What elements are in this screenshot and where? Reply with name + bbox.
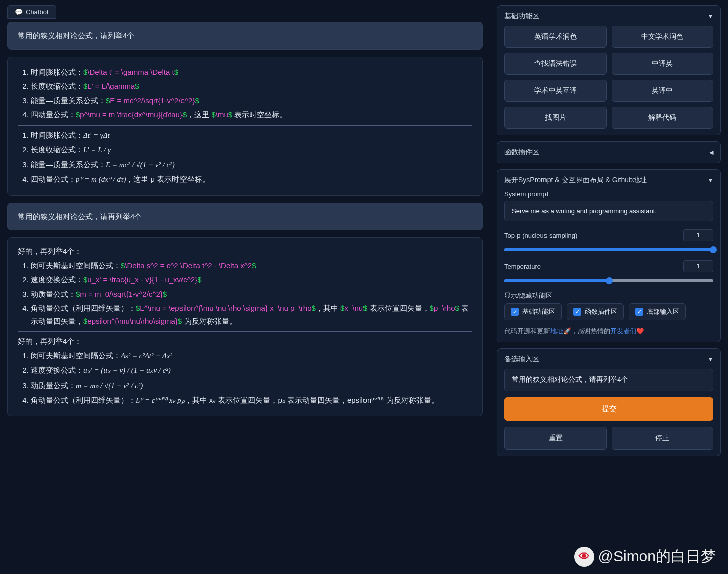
panel-title: 基础功能区 xyxy=(504,12,539,21)
basic-panel-header[interactable]: 基础功能区 ▼ xyxy=(504,12,713,21)
separator xyxy=(18,331,472,332)
formula-raw: 时间膨胀公式：$\Delta t' = \gamma \Delta t$ xyxy=(31,66,472,79)
chevron-left-icon: ◀ xyxy=(709,149,713,156)
checkbox-label: 函数插件区 xyxy=(585,307,617,316)
chat-scroll[interactable]: 常用的狭义相对论公式，请列举4个 时间膨胀公式：$\Delta t' = \ga… xyxy=(7,22,483,569)
checkbox-2[interactable]: ✓底部输入区 xyxy=(629,303,686,320)
source-link[interactable]: 地址 xyxy=(550,328,563,335)
temp-slider[interactable] xyxy=(504,279,713,282)
func-button-1[interactable]: 中文学术润色 xyxy=(612,26,714,48)
user-text: 常用的狭义相对论公式，请再列举4个 xyxy=(18,212,142,221)
chevron-down-icon: ▼ xyxy=(708,356,713,362)
formula-rendered: 长度收缩公式：L' = L / γ xyxy=(31,143,472,157)
formula-rendered: 角动量公式（利用四维矢量）：Lᵘ = εᵘᵛᴿᵟ xᵥ pᵨ，其中 xᵥ 表示位… xyxy=(31,394,472,407)
formula-raw: 能量—质量关系公式：$E = mc^2/\sqrt{1-v^2/c^2}$ xyxy=(31,94,472,107)
func-button-2[interactable]: 查找语法错误 xyxy=(504,53,607,75)
check-icon: ✓ xyxy=(635,308,643,316)
formula-rendered: 闵可夫斯基时空间隔公式：Δs² = c²Δt² − Δx² xyxy=(31,349,472,363)
system-prompt-input[interactable]: Serve me as a writing and programming as… xyxy=(504,201,713,221)
assistant-message-2: 好的，再列举4个： 闵可夫斯基时空间隔公式：$\Delta s^2 = c^2 … xyxy=(7,237,483,416)
topp-label: Top-p (nucleus sampling) xyxy=(504,232,678,239)
topp-slider[interactable] xyxy=(504,248,713,251)
stop-button[interactable]: 停止 xyxy=(612,427,714,450)
user-message-1: 常用的狭义相对论公式，请列举4个 xyxy=(7,22,483,50)
assistant-intro-rendered: 好的，再列举4个： xyxy=(18,335,472,348)
panel-title: 函数插件区 xyxy=(504,148,539,157)
footer-note: 代码开源和更新地址🚀，感谢热情的开发者们❤️ xyxy=(504,327,713,336)
formula-raw: 闵可夫斯基时空间隔公式：$\Delta s^2 = c^2 \Delta t^2… xyxy=(31,259,472,272)
temp-value[interactable]: 1 xyxy=(683,260,713,272)
formula-rendered: 四动量公式：pᵘ = m (dxᵘ / dτ)，这里 μ 表示时空坐标。 xyxy=(31,173,472,186)
submit-button[interactable]: 提交 xyxy=(504,397,713,421)
func-button-6[interactable]: 找图片 xyxy=(504,107,607,129)
formula-raw: 角动量公式（利用四维矢量）：$L^\mu = \epsilon^{\mu \nu… xyxy=(31,302,472,327)
assistant-intro: 好的，再列举4个： xyxy=(18,245,472,258)
chevron-down-icon: ▼ xyxy=(708,177,713,183)
devs-link[interactable]: 开发者们 xyxy=(610,328,636,335)
system-prompt-label: System prompt xyxy=(504,190,713,198)
plugin-panel: 函数插件区 ◀ xyxy=(497,141,721,163)
show-hide-label: 显示/隐藏功能区 xyxy=(504,291,713,300)
formula-raw: 四动量公式：$p^\mu = m \frac{dx^\mu}{d\tau}$，这… xyxy=(31,108,472,121)
alt-text-input[interactable]: 常用的狭义相对论公式，请再列举4个 xyxy=(504,369,713,391)
formula-raw: 动质量公式：$m = m_0/\sqrt{1-v^2/c^2}$ xyxy=(31,288,472,301)
func-button-4[interactable]: 学术中英互译 xyxy=(504,80,607,102)
checkbox-label: 基础功能区 xyxy=(522,307,555,316)
check-icon: ✓ xyxy=(573,308,581,316)
expand-panel: 展开SysPrompt & 交互界面布局 & Github地址 ▼ System… xyxy=(497,169,721,342)
formula-rendered: 速度变换公式：uₓ' = (uₓ − v) / (1 − uₓv / c²) xyxy=(31,364,472,377)
chat-icon: 💬 xyxy=(15,8,23,16)
panel-title: 展开SysPrompt & 交互界面布局 & Github地址 xyxy=(504,176,647,185)
checkbox-1[interactable]: ✓函数插件区 xyxy=(567,303,624,320)
check-icon: ✓ xyxy=(511,308,519,316)
formula-raw: 长度收缩公式：$L' = L/\gamma$ xyxy=(31,80,472,93)
temp-label: Temperature xyxy=(504,263,678,270)
formula-rendered: 动质量公式：m = m₀ / √(1 − v² / c²) xyxy=(31,379,472,393)
func-button-3[interactable]: 中译英 xyxy=(612,53,714,75)
basic-panel: 基础功能区 ▼ 英语学术润色中文学术润色查找语法错误中译英学术中英互译英译中找图… xyxy=(497,5,721,135)
slider-thumb[interactable] xyxy=(710,246,717,253)
user-text: 常用的狭义相对论公式，请列举4个 xyxy=(18,31,134,40)
func-button-5[interactable]: 英译中 xyxy=(612,80,714,102)
formula-rendered: 时间膨胀公式：Δt' = γΔt xyxy=(31,129,472,142)
tab-label: Chatbot xyxy=(26,8,49,16)
plugin-panel-header[interactable]: 函数插件区 ◀ xyxy=(504,148,713,157)
formula-rendered: 能量—质量关系公式：E = mc² / √(1 − v² / c²) xyxy=(31,158,472,172)
chatbot-tab[interactable]: 💬 Chatbot xyxy=(7,5,56,19)
alt-panel-header[interactable]: 备选输入区 ▼ xyxy=(504,355,713,364)
formula-raw: 速度变换公式：$u_x' = \frac{u_x - v}{1 - u_xv/c… xyxy=(31,273,472,286)
panel-title: 备选输入区 xyxy=(504,355,539,364)
assistant-message-1: 时间膨胀公式：$\Delta t' = \gamma \Delta t$长度收缩… xyxy=(7,57,483,196)
checkbox-0[interactable]: ✓基础功能区 xyxy=(504,303,562,320)
chevron-down-icon: ▼ xyxy=(708,13,713,19)
func-button-0[interactable]: 英语学术润色 xyxy=(504,26,607,48)
func-button-7[interactable]: 解释代码 xyxy=(612,107,714,129)
checkbox-label: 底部输入区 xyxy=(647,307,679,316)
expand-panel-header[interactable]: 展开SysPrompt & 交互界面布局 & Github地址 ▼ xyxy=(504,176,713,185)
slider-thumb[interactable] xyxy=(606,277,613,284)
separator xyxy=(18,125,472,126)
user-message-2: 常用的狭义相对论公式，请再列举4个 xyxy=(7,203,483,231)
topp-value[interactable]: 1 xyxy=(683,229,713,241)
reset-button[interactable]: 重置 xyxy=(504,427,607,450)
alt-input-panel: 备选输入区 ▼ 常用的狭义相对论公式，请再列举4个 提交 重置 停止 xyxy=(497,348,721,456)
